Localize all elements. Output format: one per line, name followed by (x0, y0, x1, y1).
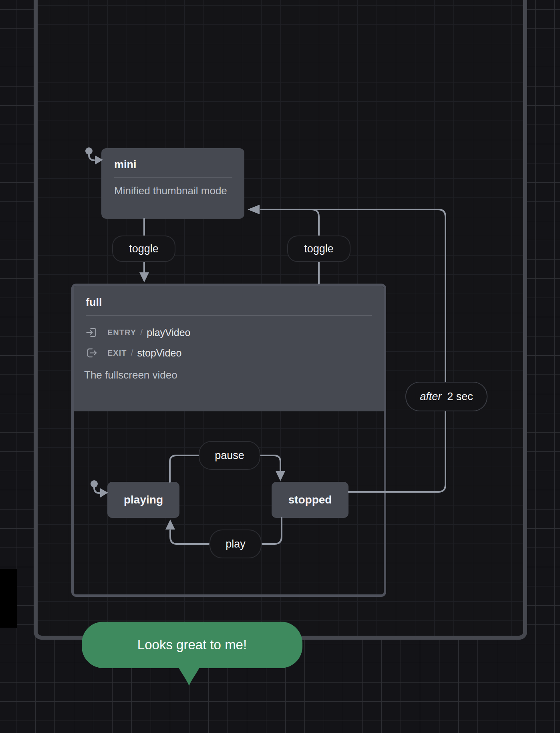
exit-action-row[interactable]: EXIT / stopVideo (86, 346, 372, 360)
state-node-playing[interactable]: playing (107, 482, 179, 518)
entry-separator: / (140, 327, 143, 338)
event-label: pause (215, 449, 244, 462)
event-pill-play[interactable]: play (209, 530, 262, 558)
entry-action-row[interactable]: ENTRY / playVideo (86, 325, 372, 340)
state-description: The fullscreen video (84, 369, 372, 381)
entry-icon (86, 326, 98, 338)
tooltip-text: Looks great to me! (137, 637, 247, 652)
exit-icon (86, 347, 98, 359)
after-delay-value: 2 sec (447, 391, 473, 403)
state-title: stopped (288, 493, 332, 506)
node-divider (114, 177, 232, 178)
event-label: toggle (129, 243, 159, 255)
left-edge-black-panel (0, 569, 17, 628)
event-label: play (226, 538, 246, 550)
state-node-stopped[interactable]: stopped (272, 482, 348, 518)
node-divider (86, 315, 372, 316)
tooltip-bubble: Looks great to me! (82, 622, 302, 668)
entry-keyword: ENTRY (107, 328, 136, 337)
entry-action-name: playVideo (147, 327, 190, 338)
after-keyword: after (420, 391, 441, 403)
event-label: toggle (304, 243, 334, 255)
state-node-mini[interactable]: mini Minified thumbnail mode (101, 148, 244, 219)
event-pill-toggle-mini-to-full[interactable]: toggle (112, 236, 175, 262)
exit-keyword: EXIT (107, 348, 127, 358)
exit-separator: / (131, 348, 133, 358)
state-title: mini (114, 159, 232, 171)
state-title: full (86, 296, 372, 309)
event-pill-toggle-full-to-mini[interactable]: toggle (287, 236, 351, 262)
tooltip-bubble-tail (178, 667, 200, 686)
event-pill-after-delay[interactable]: after 2 sec (405, 382, 487, 411)
exit-action-name: stopVideo (137, 347, 182, 359)
state-description: Minified thumbnail mode (114, 185, 232, 197)
state-title: playing (124, 493, 163, 506)
full-state-header: full ENTRY / playVideo EXIT / stopVideo … (74, 286, 384, 411)
event-pill-pause[interactable]: pause (199, 441, 260, 470)
